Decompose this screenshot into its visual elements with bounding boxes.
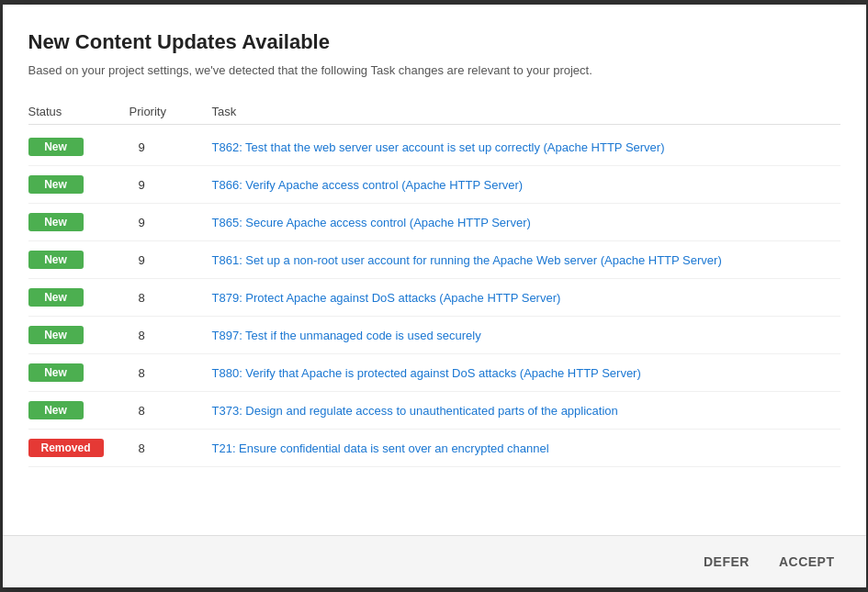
task-cell: T862: Test that the web server user acco…: [212, 139, 840, 155]
status-cell: New: [28, 138, 130, 156]
table-row: New9T865: Secure Apache access control (…: [28, 204, 840, 241]
table-body: New9T862: Test that the web server user …: [28, 128, 840, 467]
table-row: New9T861: Set up a non-root user account…: [28, 241, 840, 279]
priority-cell: 8: [130, 404, 212, 418]
priority-cell: 8: [130, 329, 212, 342]
status-badge: New: [28, 326, 84, 344]
table-row: New8T373: Design and regulate access to …: [28, 392, 840, 430]
status-badge: New: [28, 288, 84, 307]
priority-cell: 8: [130, 366, 212, 380]
task-link[interactable]: T897: Test if the unmanaged code is used…: [212, 329, 481, 342]
status-cell: New: [28, 326, 130, 344]
task-cell: T879: Protect Apache against DoS attacks…: [212, 289, 840, 306]
priority-cell: 8: [130, 441, 212, 455]
modal-overlay: New Content Updates Available Based on y…: [0, 0, 868, 592]
col-priority: Priority: [130, 105, 212, 118]
status-badge: New: [28, 175, 84, 194]
priority-cell: 9: [130, 140, 212, 154]
table-row: New8T897: Test if the unmanaged code is …: [28, 317, 840, 354]
defer-button[interactable]: DEFER: [694, 549, 759, 575]
task-cell: T897: Test if the unmanaged code is used…: [212, 327, 840, 343]
col-status: Status: [28, 105, 130, 118]
col-task: Task: [212, 105, 840, 118]
status-badge: New: [28, 138, 84, 156]
modal-subtitle: Based on your project settings, we've de…: [28, 63, 840, 77]
accept-button[interactable]: ACCEPT: [770, 549, 844, 575]
priority-cell: 9: [130, 216, 212, 229]
status-cell: New: [28, 363, 130, 382]
table-row: New8T880: Verify that Apache is protecte…: [28, 354, 840, 392]
status-badge: New: [28, 401, 84, 419]
task-cell: T865: Secure Apache access control (Apac…: [212, 214, 840, 230]
status-cell: New: [28, 288, 130, 307]
table-header: Status Priority Task: [28, 99, 840, 125]
table-row: Removed8T21: Ensure confidential data is…: [28, 430, 840, 467]
table-row: New9T866: Verify Apache access control (…: [28, 166, 840, 204]
modal-title: New Content Updates Available: [28, 30, 840, 54]
status-badge: New: [28, 213, 84, 231]
priority-cell: 9: [130, 178, 212, 192]
task-link[interactable]: T866: Verify Apache access control (Apac…: [212, 178, 524, 192]
table-row: New8T879: Protect Apache against DoS att…: [28, 279, 840, 317]
task-link[interactable]: T880: Verify that Apache is protected ag…: [212, 366, 641, 380]
task-link[interactable]: T865: Secure Apache access control (Apac…: [212, 216, 531, 229]
status-badge: New: [28, 251, 84, 269]
task-cell: T21: Ensure confidential data is sent ov…: [212, 440, 840, 456]
status-badge: New: [28, 363, 84, 382]
priority-cell: 9: [130, 253, 212, 267]
task-link[interactable]: T21: Ensure confidential data is sent ov…: [212, 441, 549, 455]
status-badge: Removed: [28, 439, 104, 457]
modal-footer: DEFER ACCEPT: [3, 535, 866, 587]
status-cell: New: [28, 175, 130, 194]
status-cell: New: [28, 401, 130, 419]
task-link[interactable]: T862: Test that the web server user acco…: [212, 140, 665, 154]
priority-cell: 8: [130, 291, 212, 305]
table-row: New9T862: Test that the web server user …: [28, 128, 840, 166]
task-link[interactable]: T373: Design and regulate access to unau…: [212, 404, 618, 418]
task-cell: T861: Set up a non-root user account for…: [212, 251, 840, 268]
task-link[interactable]: T879: Protect Apache against DoS attacks…: [212, 291, 561, 305]
status-cell: Removed: [28, 439, 130, 457]
task-cell: T866: Verify Apache access control (Apac…: [212, 176, 840, 193]
task-cell: T373: Design and regulate access to unau…: [212, 402, 840, 419]
task-cell: T880: Verify that Apache is protected ag…: [212, 364, 840, 381]
modal-body[interactable]: New Content Updates Available Based on y…: [3, 5, 866, 535]
task-link[interactable]: T861: Set up a non-root user account for…: [212, 253, 722, 267]
status-cell: New: [28, 213, 130, 231]
status-cell: New: [28, 251, 130, 269]
modal-dialog: New Content Updates Available Based on y…: [3, 5, 866, 587]
